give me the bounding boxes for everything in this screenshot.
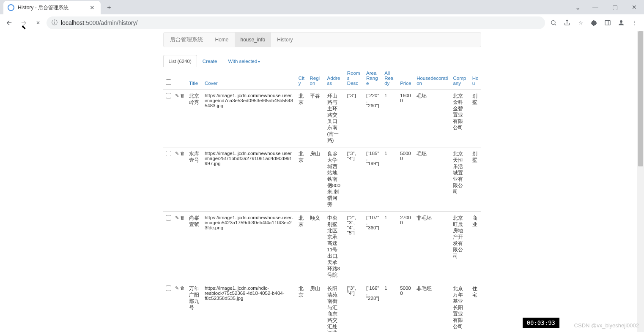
extensions-icon[interactable] <box>588 17 600 29</box>
delete-icon[interactable]: 🗑 <box>180 93 185 98</box>
column-header[interactable]: Price <box>397 67 414 90</box>
table-cell: 北京 <box>296 90 307 147</box>
back-button[interactable] <box>3 17 15 29</box>
column-header[interactable]: Address <box>325 67 345 90</box>
table-cell: 毛坯 <box>414 90 450 147</box>
column-header <box>173 67 186 90</box>
table-cell: ["3", "4"] <box>345 147 364 212</box>
row-checkbox[interactable] <box>166 286 171 291</box>
table-cell: ["3"] <box>345 90 364 147</box>
tab-create[interactable]: Create <box>197 55 223 67</box>
table-cell: 北京天恒乐活城置业有限公司 <box>450 147 469 212</box>
table-cell <box>163 147 173 212</box>
address-bar: ✕ ⓘ localhost:5000/admin/history/ ☆ ⋮ <box>0 14 644 31</box>
tabs-overflow-icon[interactable]: ⌄ <box>575 3 581 11</box>
table-cell: 北京 <box>296 212 307 282</box>
nav-link-house_info[interactable]: house_info <box>235 33 271 47</box>
column-header[interactable]: Rooms Desc <box>345 67 364 90</box>
column-header[interactable]: Cover <box>202 67 296 90</box>
column-header[interactable]: Company <box>450 67 469 90</box>
menu-icon[interactable]: ⋮ <box>629 17 641 29</box>
edit-icon[interactable]: ✎ <box>175 286 179 291</box>
table-cell: 房山 <box>307 282 325 332</box>
delete-icon[interactable]: 🗑 <box>180 215 185 220</box>
url-text: localhost:5000/admin/history/ <box>61 19 540 26</box>
table-cell: 房山 <box>307 147 325 212</box>
table-cell: 水库壹号 <box>186 147 202 212</box>
svg-point-0 <box>551 20 555 24</box>
table-cell: ["3", "4"] <box>345 282 364 332</box>
column-header[interactable]: Region <box>307 67 325 90</box>
navbar-brand[interactable]: 后台管理系统 <box>170 36 209 44</box>
sidepanel-icon[interactable] <box>602 17 614 29</box>
row-checkbox[interactable] <box>166 151 171 156</box>
zoom-icon[interactable] <box>548 17 559 29</box>
video-timestamp: 00:03:93 <box>523 318 559 328</box>
stop-button[interactable]: ✕ <box>32 17 44 29</box>
table-cell: ["185", "199"] <box>364 147 382 212</box>
table-cell: 北京金科金碧置业有限公司 <box>450 90 469 147</box>
nav-link-history[interactable]: History <box>271 33 299 47</box>
table-cell: 50000 <box>397 282 414 332</box>
column-header[interactable]: City <box>296 67 307 90</box>
table-cell: 北京岭秀 <box>186 90 202 147</box>
table-cell: 北京 <box>296 147 307 212</box>
column-header <box>163 67 173 90</box>
window-minimize-button[interactable]: — <box>586 0 605 14</box>
table-row: ✎🗑尚峯壹號https://image1.ljcdn.com/newhouse-… <box>163 212 481 282</box>
table-row: ✎🗑万年广阳郡九号https://image1.ljcdn.com/hdic-r… <box>163 282 481 332</box>
tab-list[interactable]: List (6240) <box>163 55 197 67</box>
row-checkbox[interactable] <box>166 215 171 220</box>
data-table: TitleCoverCityRegionAddressRooms DescAre… <box>163 67 481 332</box>
column-header[interactable]: Area Range <box>364 67 382 90</box>
table-cell: https://image1.ljcdn.com/newhouse-user-i… <box>202 147 296 212</box>
table-cell: 1 <box>382 90 397 147</box>
bookmark-icon[interactable]: ☆ <box>575 17 586 29</box>
tab-with-selected[interactable]: With selected▾ <box>222 55 266 67</box>
url-input[interactable]: ⓘ localhost:5000/admin/history/ <box>47 16 545 29</box>
browser-tab-bar: History - 后台管理系统 ✕ + ⌄ — ▢ ✕ <box>0 0 644 14</box>
table-cell: 非毛坯 <box>414 212 450 282</box>
tab-close-button[interactable]: ✕ <box>88 3 96 12</box>
table-row: ✎🗑北京岭秀https://image1.ljcdn.com/newhouse-… <box>163 90 481 147</box>
nav-link-home[interactable]: Home <box>209 33 235 47</box>
page-scrollbar[interactable] <box>637 31 644 332</box>
browser-tab[interactable]: History - 后台管理系统 ✕ <box>3 1 101 14</box>
select-all-checkbox[interactable] <box>166 79 171 85</box>
table-cell: 北京万年基业长阳置业有限公司 <box>450 282 469 332</box>
window-maximize-button[interactable]: ▢ <box>605 0 625 14</box>
table-cell: 16000 <box>397 90 414 147</box>
delete-icon[interactable]: 🗑 <box>180 151 185 156</box>
profile-icon[interactable] <box>615 17 627 29</box>
edit-icon[interactable]: ✎ <box>175 151 179 156</box>
table-cell: 别墅 <box>470 90 481 147</box>
table-cell: ✎🗑 <box>173 212 186 282</box>
table-cell: 平谷 <box>307 90 325 147</box>
table-cell: 别墅 <box>470 147 481 212</box>
column-header[interactable]: Title <box>186 67 202 90</box>
new-tab-button[interactable]: + <box>103 2 115 14</box>
tab-title: History - 后台管理系统 <box>18 4 85 11</box>
edit-icon[interactable]: ✎ <box>175 93 179 98</box>
forward-button[interactable] <box>18 17 30 29</box>
row-checkbox[interactable] <box>166 93 171 98</box>
table-cell: 住宅 <box>470 282 481 332</box>
svg-rect-1 <box>605 20 610 25</box>
table-cell: 良乡大学城西站地铁南侧800米,刺猬河旁 <box>325 147 345 212</box>
share-icon[interactable] <box>561 17 573 29</box>
delete-icon[interactable]: 🗑 <box>180 286 185 291</box>
table-cell: 50000 <box>397 147 414 212</box>
edit-icon[interactable]: ✎ <box>175 215 179 220</box>
table-cell: ✎🗑 <box>173 90 186 147</box>
table-cell: 1 <box>382 147 397 212</box>
table-cell: ✎🗑 <box>173 147 186 212</box>
column-header[interactable]: All Ready <box>382 67 397 90</box>
table-row: ✎🗑水库壹号https://image1.ljcdn.com/newhouse-… <box>163 147 481 212</box>
site-info-icon[interactable]: ⓘ <box>52 19 58 27</box>
admin-navbar: 后台管理系统 Homehouse_infoHistory <box>163 32 481 47</box>
table-cell: 1 <box>382 212 397 282</box>
column-header[interactable]: Hou <box>470 67 481 90</box>
favicon-icon <box>8 4 14 11</box>
window-close-button[interactable]: ✕ <box>625 0 644 14</box>
column-header[interactable]: Housedecoration <box>414 67 450 90</box>
